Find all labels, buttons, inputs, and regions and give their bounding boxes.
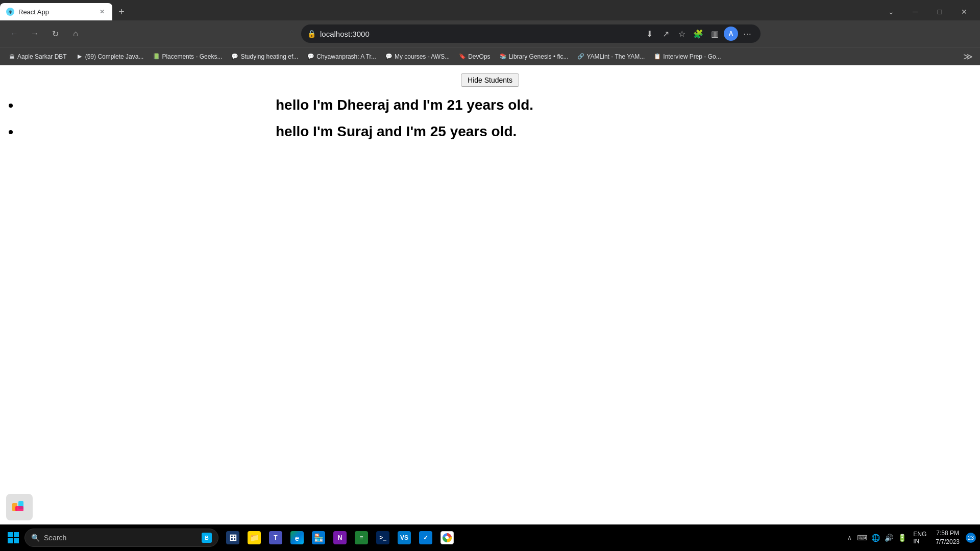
taskbar-icon-edge[interactable]: e bbox=[287, 525, 307, 550]
clock[interactable]: 7:58 PM 7/7/2023 bbox=[932, 529, 964, 546]
address-url[interactable]: localhost:3000 bbox=[320, 30, 638, 38]
store-icon: 🏪 bbox=[312, 531, 325, 544]
volume-icon[interactable]: 🔊 bbox=[883, 532, 895, 544]
bookmark-label-0: Aaple Sarkar DBT bbox=[17, 53, 67, 60]
bookmark-label-8: YAMLint - The YAM... bbox=[586, 53, 645, 60]
address-bar-input-wrap[interactable]: 🔒 localhost:3000 ⬇ ↗ ☆ 🧩 ▥ A ⋯ bbox=[301, 24, 761, 43]
tab-dropdown-button[interactable]: ⌄ bbox=[883, 3, 899, 20]
download-icon[interactable]: ⬇ bbox=[642, 27, 656, 41]
sidebar-icon[interactable]: ▥ bbox=[707, 27, 722, 41]
bookmark-favicon-1: ▶ bbox=[76, 53, 83, 60]
bookmarks-more-button[interactable]: ≫ bbox=[960, 49, 976, 64]
bookmark-label-2: Placements - Geeks... bbox=[162, 53, 222, 60]
bookmark-label-4: Chyawanprash: A Tr... bbox=[316, 53, 376, 60]
bookmark-label-7: Library Genesis • fic... bbox=[509, 53, 569, 60]
bookmark-item-7[interactable]: 📚 Library Genesis • fic... bbox=[496, 51, 573, 62]
taskbar-icon-vscode[interactable]: VS bbox=[394, 525, 414, 550]
vscode-icon: VS bbox=[398, 531, 411, 544]
bookmark-item-2[interactable]: 📗 Placements - Geeks... bbox=[149, 51, 226, 62]
taskbar-icon-terminal[interactable]: >_ bbox=[373, 525, 393, 550]
battery-icon[interactable]: 🔋 bbox=[896, 532, 908, 544]
taskbar-search-box[interactable]: 🔍 Search B bbox=[24, 529, 218, 547]
address-bar: ← → ↻ ⌂ 🔒 localhost:3000 ⬇ ↗ ☆ 🧩 ▥ A ⋯ bbox=[0, 20, 980, 47]
student-item-0: hello I'm Dheeraj and I'm 21 years old. bbox=[20, 97, 980, 113]
todo-icon: ✓ bbox=[419, 531, 432, 544]
keyboard-icon[interactable]: ⌨ bbox=[856, 532, 868, 544]
notification-badge[interactable]: 23 bbox=[966, 533, 976, 543]
page-content: Hide Students hello I'm Dheeraj and I'm … bbox=[0, 65, 980, 524]
svg-rect-6 bbox=[14, 538, 19, 543]
taskbar-icon-chrome[interactable] bbox=[437, 525, 457, 550]
windows-logo-icon bbox=[7, 532, 19, 544]
minimize-button[interactable]: ─ bbox=[903, 3, 927, 20]
home-button[interactable]: ⌂ bbox=[67, 26, 84, 42]
network-icon[interactable]: 🌐 bbox=[869, 532, 881, 544]
teams-icon: T bbox=[269, 531, 282, 544]
new-tab-button[interactable]: + bbox=[114, 5, 129, 19]
window-controls: ─ □ ✕ bbox=[899, 3, 980, 20]
onenote-icon: N bbox=[333, 531, 347, 544]
extension-icon[interactable]: 🧩 bbox=[691, 27, 705, 41]
chrome-logo-icon bbox=[443, 533, 452, 542]
hide-students-button[interactable]: Hide Students bbox=[461, 73, 519, 87]
date-display: 7/7/2023 bbox=[936, 538, 960, 546]
bookmark-item-1[interactable]: ▶ (59) Complete Java... bbox=[72, 51, 148, 62]
bookmark-label-3: Studying heating ef... bbox=[240, 53, 298, 60]
scratch-app-icon[interactable] bbox=[6, 494, 33, 520]
taskbar-icon-store[interactable]: 🏪 bbox=[308, 525, 329, 550]
student-text-1: hello I'm Suraj and I'm 25 years old. bbox=[276, 123, 517, 139]
start-button[interactable] bbox=[4, 529, 22, 547]
bookmark-item-0[interactable]: 🏛 Aaple Sarkar DBT bbox=[4, 51, 71, 62]
system-tray: ∧ ⌨ 🌐 🔊 🔋 ENG IN 7:58 PM 7/7/2023 23 bbox=[845, 529, 976, 546]
svg-rect-2 bbox=[15, 506, 23, 511]
title-bar: ⚛ React App ✕ + ⌄ ─ □ ✕ bbox=[0, 0, 980, 20]
share-icon[interactable]: ↗ bbox=[658, 27, 673, 41]
taskbar-icon-task-manager[interactable]: ≡ bbox=[351, 525, 372, 550]
forward-button[interactable]: → bbox=[27, 26, 43, 42]
bookmark-item-5[interactable]: 💬 My courses - AWS... bbox=[381, 51, 454, 62]
taskbar-icon-todo[interactable]: ✓ bbox=[415, 525, 436, 550]
task-manager-icon: ≡ bbox=[355, 531, 368, 544]
lock-icon: 🔒 bbox=[307, 30, 316, 38]
taskbar-search-placeholder: Search bbox=[44, 534, 66, 542]
tray-expand-button[interactable]: ∧ bbox=[845, 532, 854, 543]
student-item-1: hello I'm Suraj and I'm 25 years old. bbox=[20, 123, 980, 140]
tab-favicon: ⚛ bbox=[6, 8, 14, 16]
close-button[interactable]: ✕ bbox=[952, 3, 976, 20]
edge-icon: e bbox=[290, 531, 304, 544]
reload-button[interactable]: ↻ bbox=[47, 26, 63, 42]
bookmark-item-9[interactable]: 📋 Interview Prep - Go... bbox=[650, 51, 725, 62]
page-inner: Hide Students hello I'm Dheeraj and I'm … bbox=[0, 65, 980, 524]
bookmark-star-icon[interactable]: ☆ bbox=[675, 27, 689, 41]
bookmark-item-8[interactable]: 🔗 YAMLint - The YAM... bbox=[573, 51, 649, 62]
bookmark-label-9: Interview Prep - Go... bbox=[663, 53, 721, 60]
bookmark-favicon-9: 📋 bbox=[654, 53, 661, 60]
profile-avatar[interactable]: A bbox=[724, 27, 738, 41]
address-icons: ⬇ ↗ ☆ 🧩 ▥ A ⋯ bbox=[642, 27, 754, 41]
bookmark-label-1: (59) Complete Java... bbox=[85, 53, 144, 60]
maximize-button[interactable]: □ bbox=[928, 3, 951, 20]
bookmark-favicon-0: 🏛 bbox=[8, 53, 15, 60]
active-tab[interactable]: ⚛ React App ✕ bbox=[0, 3, 112, 20]
language-indicator[interactable]: ENG IN bbox=[910, 531, 929, 545]
bookmark-favicon-4: 💬 bbox=[307, 53, 314, 60]
scratch-logo-icon bbox=[11, 499, 28, 515]
taskbar-icon-widget[interactable]: ⊞ bbox=[223, 525, 243, 550]
bookmark-item-3[interactable]: 💬 Studying heating ef... bbox=[227, 51, 302, 62]
bookmark-item-4[interactable]: 💬 Chyawanprash: A Tr... bbox=[303, 51, 380, 62]
chrome-icon bbox=[440, 531, 454, 544]
tray-icons: ⌨ 🌐 🔊 🔋 bbox=[856, 532, 908, 544]
back-button[interactable]: ← bbox=[6, 26, 22, 42]
taskbar-icon-explorer[interactable]: 📁 bbox=[244, 525, 264, 550]
bookmark-favicon-5: 💬 bbox=[385, 53, 393, 60]
widget-icon: ⊞ bbox=[226, 531, 239, 544]
taskbar-icon-teams[interactable]: T bbox=[265, 525, 286, 550]
bookmark-favicon-8: 🔗 bbox=[577, 53, 584, 60]
bookmark-item-6[interactable]: 🔖 DevOps bbox=[455, 51, 494, 62]
taskbar-icon-onenote[interactable]: N bbox=[330, 525, 350, 550]
svg-rect-4 bbox=[14, 532, 19, 537]
tab-title: React App bbox=[18, 8, 94, 16]
menu-icon[interactable]: ⋯ bbox=[740, 27, 754, 41]
bookmark-favicon-7: 📚 bbox=[500, 53, 507, 60]
tab-close-button[interactable]: ✕ bbox=[98, 8, 106, 16]
